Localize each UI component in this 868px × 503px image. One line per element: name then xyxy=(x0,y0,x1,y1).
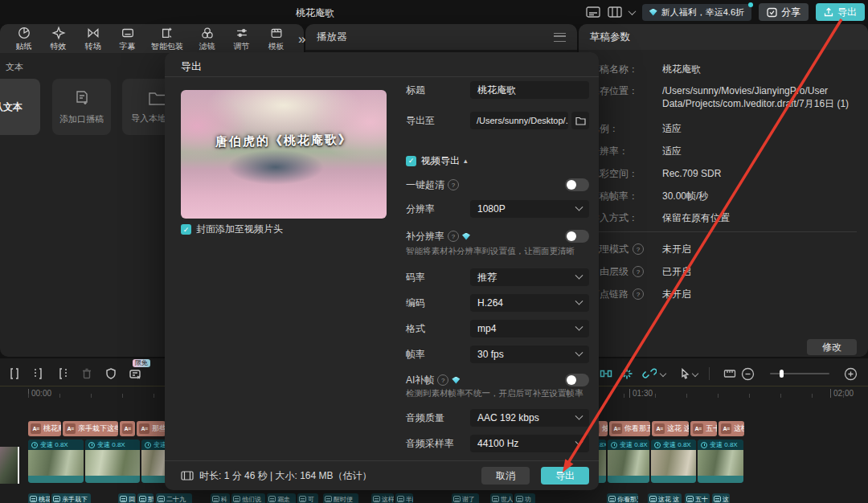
subtitle-clip[interactable]: 半醒 xyxy=(395,493,413,503)
collapse-icon[interactable]: ▴ xyxy=(464,157,468,165)
subtitle-clip[interactable]: 五十 xyxy=(685,493,710,503)
help-icon[interactable]: ? xyxy=(633,266,644,277)
video-clip[interactable]: 变速 0.8X xyxy=(141,440,167,483)
tab-captions[interactable]: 字幕 xyxy=(110,26,145,52)
display-mode-icon[interactable] xyxy=(586,6,600,18)
subtitle-clip[interactable]: 桃花 xyxy=(28,493,50,503)
help-icon[interactable]: ? xyxy=(448,231,459,242)
draft-params-panel: 草稿参数 草稿名称： 桃花庵歌 保存位置： /Users/sunny/Movie… xyxy=(579,24,868,357)
subtitle-clip[interactable]: 功 xyxy=(514,493,535,503)
zoom-in-icon[interactable] xyxy=(842,366,858,382)
preview-axis-tool-icon[interactable] xyxy=(619,366,635,382)
subtitle-clip[interactable]: 这 xyxy=(712,493,730,503)
checkbox-checked-icon[interactable]: ✓ xyxy=(406,156,416,166)
subtitle-clip[interactable]: 回 xyxy=(118,493,136,503)
export-confirm-button[interactable]: 导出 xyxy=(541,467,589,485)
add-speech-card[interactable]: 添加口播稿 xyxy=(52,79,111,135)
tab-smart-pack[interactable]: 智能包装 xyxy=(145,26,190,52)
chevron-down-icon[interactable] xyxy=(628,7,636,15)
browse-folder-button[interactable] xyxy=(571,112,589,129)
subtitle-clip[interactable]: 二十九 xyxy=(156,493,192,503)
subtitle-clip[interactable]: 亲手栽下 xyxy=(51,493,91,503)
text-clip[interactable]: A≡ 你看那五 xyxy=(609,421,650,436)
chevron-down-icon[interactable] xyxy=(692,370,698,377)
chevron-down-icon[interactable] xyxy=(660,370,666,377)
help-icon[interactable]: ? xyxy=(633,288,644,300)
trim-left-tool-icon[interactable] xyxy=(31,366,47,382)
help-icon[interactable]: ? xyxy=(437,374,448,386)
share-button[interactable]: 分享 xyxy=(759,3,809,21)
modify-button[interactable]: 修改 xyxy=(807,339,857,355)
super-res-toggle[interactable] xyxy=(565,178,589,191)
trim-right-tool-icon[interactable] xyxy=(55,366,71,382)
tab-transitions[interactable]: 转场 xyxy=(76,26,110,52)
codec-dropdown[interactable]: H.264 xyxy=(470,294,589,312)
help-icon[interactable]: ? xyxy=(448,179,459,190)
divider xyxy=(590,231,857,232)
video-clip[interactable]: 变速 0.8X xyxy=(608,440,649,483)
subtitle-clip[interactable]: 科 xyxy=(211,493,230,503)
partial-clip-thumbnail[interactable] xyxy=(0,447,19,484)
subtitle-clip[interactable]: 那 xyxy=(137,493,154,503)
split-tool-icon[interactable] xyxy=(6,366,23,382)
export-button[interactable]: 导出 xyxy=(816,3,865,21)
mask-tool-icon[interactable] xyxy=(103,366,119,382)
text-clip[interactable]: A≡ 这桃 xyxy=(719,421,744,436)
subtitle-clip[interactable]: 世人 xyxy=(490,493,513,503)
promo-badge[interactable]: 新人福利，幸运4.6折 xyxy=(642,4,751,21)
text-clip[interactable]: A≡ 回 xyxy=(120,421,135,436)
tab-stickers[interactable]: 贴纸 xyxy=(6,26,41,52)
zoom-slider-handle[interactable] xyxy=(780,370,784,378)
video-export-section[interactable]: ✓ 视频导出 ▴ xyxy=(406,152,589,170)
sample-rate-dropdown[interactable]: 44100 Hz xyxy=(470,435,589,452)
subtitle-clip[interactable]: 他们说 xyxy=(231,493,265,503)
subtitle-clip[interactable]: 这花 这 xyxy=(648,493,682,503)
zoom-slider[interactable] xyxy=(770,373,829,374)
delete-tool-icon[interactable] xyxy=(79,366,95,382)
framerate-dropdown[interactable]: 30 fps xyxy=(470,346,589,363)
subtitle-clip[interactable]: 这样 xyxy=(371,493,394,503)
title-input[interactable]: 桃花庵歌 xyxy=(470,81,589,99)
default-text-card[interactable]: 默认文本 xyxy=(0,79,40,135)
tab-adjust[interactable]: 调节 xyxy=(224,26,259,52)
snap-tool-icon[interactable] xyxy=(598,366,614,382)
text-clip[interactable]: A≡ 五十 xyxy=(690,421,717,436)
help-icon[interactable]: ? xyxy=(633,243,644,255)
select-tool-icon[interactable] xyxy=(677,366,693,382)
format-dropdown[interactable]: mp4 xyxy=(470,320,589,337)
zoom-out-icon[interactable] xyxy=(739,366,755,382)
sr-fill-toggle[interactable] xyxy=(565,230,589,243)
video-clip[interactable]: 变速 0.8X xyxy=(28,440,84,483)
bitrate-dropdown[interactable]: 推荐 xyxy=(470,268,589,286)
tab-filters[interactable]: 滤镜 xyxy=(190,26,224,52)
ai-frame-toggle[interactable] xyxy=(565,374,589,386)
video-clip[interactable]: 变速 0.8X xyxy=(651,440,696,483)
layout-icon[interactable] xyxy=(608,6,622,18)
text-clip-icon: A≡ xyxy=(31,423,41,434)
text-clip[interactable]: A≡ 桃花庵 xyxy=(28,421,61,436)
tab-effects[interactable]: 特效 xyxy=(41,26,76,52)
text-clip[interactable]: A≡ 那些 xyxy=(137,421,166,436)
chevron-down-icon xyxy=(575,271,583,279)
subtitle-clip[interactable]: 可 xyxy=(297,493,318,503)
checkbox-checked-icon[interactable]: ✓ xyxy=(181,224,191,235)
subtitle-clip[interactable]: 霜走 xyxy=(267,493,296,503)
cover-preview[interactable]: 唐伯虎的《桃花庵歌》 xyxy=(181,90,387,219)
subtitle-clip[interactable]: 谢了 xyxy=(452,493,479,503)
video-clip[interactable]: 变速 0.8X xyxy=(85,440,140,483)
text-clip[interactable]: A≡ 亲手栽下这些 xyxy=(63,421,118,436)
link-tool-icon[interactable] xyxy=(641,366,657,382)
cancel-button[interactable]: 取消 xyxy=(481,467,530,485)
text-clip[interactable]: A≡ 这花 这 xyxy=(652,421,689,436)
resolution-dropdown[interactable]: 1080P xyxy=(470,200,589,218)
text-match-tool-icon[interactable] xyxy=(127,366,143,382)
subtitle-clip[interactable]: 醒时便 xyxy=(323,493,358,503)
video-clip[interactable]: 变速 0.8X xyxy=(698,440,743,483)
subtitle-clip[interactable]: 你看那五 xyxy=(607,493,638,503)
export-path-input[interactable]: /Users/sunny/Desktop/... xyxy=(470,112,568,129)
tab-templates[interactable]: 模板 xyxy=(259,26,293,52)
hamburger-menu-icon[interactable] xyxy=(554,33,566,42)
cover-checkbox-row[interactable]: ✓ 封面添加至视频片头 xyxy=(181,223,283,236)
timeline-scale-icon[interactable] xyxy=(722,366,738,382)
audio-quality-dropdown[interactable]: AAC 192 kbps xyxy=(470,409,589,427)
